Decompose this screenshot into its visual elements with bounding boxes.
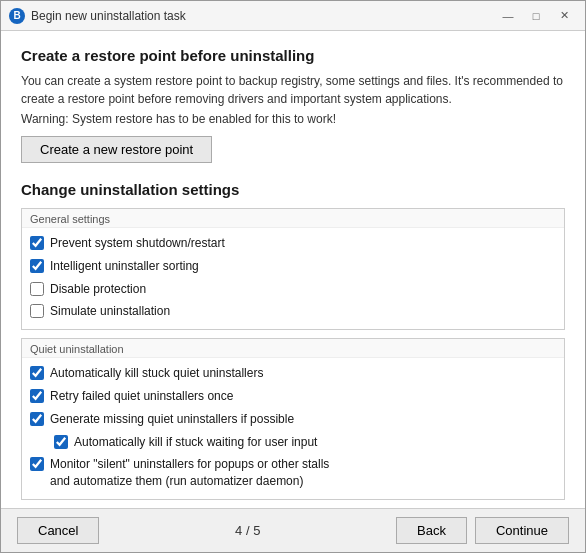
auto-kill-stuck-checkbox[interactable] [30,366,44,380]
auto-kill-user-input-label: Automatically kill if stuck waiting for … [74,434,317,451]
content-wrapper: Create a restore point before uninstalli… [1,31,585,508]
auto-kill-stuck-label: Automatically kill stuck quiet uninstall… [50,365,263,382]
restore-warning: Warning: System restore has to be enable… [21,112,565,126]
simulate-uninstall-checkbox[interactable] [30,304,44,318]
prevent-shutdown-label: Prevent system shutdown/restart [50,235,225,252]
monitor-silent-label: Monitor "silent" uninstallers for popups… [50,456,329,490]
retry-failed-label: Retry failed quiet uninstallers once [50,388,233,405]
list-item: Simulate uninstallation [30,300,556,323]
restore-section: Create a restore point before uninstalli… [21,47,565,181]
change-section: Change uninstallation settings General s… [21,181,565,508]
main-window: B Begin new uninstallation task — □ ✕ Cr… [0,0,586,553]
disable-protection-label: Disable protection [50,281,146,298]
minimize-button[interactable]: — [495,6,521,26]
footer: Cancel 4 / 5 Back Continue [1,508,585,552]
content-area: Create a restore point before uninstalli… [1,31,585,508]
create-restore-button[interactable]: Create a new restore point [21,136,212,163]
general-group-label: General settings [22,209,564,228]
titlebar-buttons: — □ ✕ [495,6,577,26]
intelligent-sorting-label: Intelligent uninstaller sorting [50,258,199,275]
page-indicator: 4 / 5 [99,523,396,538]
list-item: Automatically kill stuck quiet uninstall… [30,362,556,385]
list-item: Intelligent uninstaller sorting [30,255,556,278]
monitor-silent-checkbox[interactable] [30,457,44,471]
close-button[interactable]: ✕ [551,6,577,26]
auto-kill-user-input-checkbox[interactable] [54,435,68,449]
retry-failed-checkbox[interactable] [30,389,44,403]
prevent-shutdown-checkbox[interactable] [30,236,44,250]
quiet-group-items: Automatically kill stuck quiet uninstall… [22,358,564,499]
general-group-items: Prevent system shutdown/restart Intellig… [22,228,564,329]
restore-description: You can create a system restore point to… [21,72,565,108]
titlebar-title: Begin new uninstallation task [31,9,495,23]
list-item: Disable protection [30,278,556,301]
quiet-settings-group: Quiet uninstallation Automatically kill … [21,338,565,500]
restore-title: Create a restore point before uninstalli… [21,47,565,64]
list-item: Monitor "silent" uninstallers for popups… [30,453,556,493]
footer-right-buttons: Back Continue [396,517,569,544]
quiet-group-label: Quiet uninstallation [22,339,564,358]
general-settings-group: General settings Prevent system shutdown… [21,208,565,330]
simulate-uninstall-label: Simulate uninstallation [50,303,170,320]
generate-missing-checkbox[interactable] [30,412,44,426]
intelligent-sorting-checkbox[interactable] [30,259,44,273]
back-button[interactable]: Back [396,517,467,544]
continue-button[interactable]: Continue [475,517,569,544]
app-icon: B [9,8,25,24]
list-item: Automatically kill if stuck waiting for … [30,431,556,454]
list-item: Generate missing quiet uninstallers if p… [30,408,556,431]
change-title: Change uninstallation settings [21,181,565,198]
list-item: Prevent system shutdown/restart [30,232,556,255]
generate-missing-label: Generate missing quiet uninstallers if p… [50,411,294,428]
titlebar: B Begin new uninstallation task — □ ✕ [1,1,585,31]
disable-protection-checkbox[interactable] [30,282,44,296]
cancel-button[interactable]: Cancel [17,517,99,544]
list-item: Retry failed quiet uninstallers once [30,385,556,408]
maximize-button[interactable]: □ [523,6,549,26]
